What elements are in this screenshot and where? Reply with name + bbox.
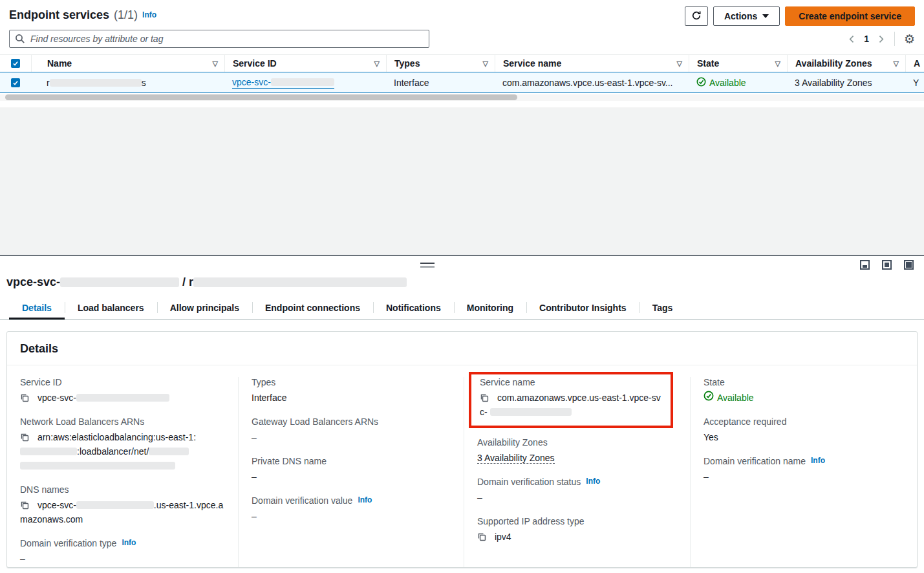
available-check-icon bbox=[704, 391, 714, 405]
field-private-dns-name: Private DNS name – bbox=[252, 456, 451, 484]
field-service-id: Service ID vpce-svc- bbox=[20, 377, 225, 405]
sort-icon: ▽ bbox=[775, 59, 780, 68]
list-toolbar: 1 ⚙ bbox=[0, 28, 924, 48]
availability-zones-popover[interactable]: 3 Availability Zones bbox=[477, 453, 555, 464]
chevron-down-icon bbox=[762, 14, 769, 18]
column-header-state[interactable]: State▽ bbox=[689, 55, 787, 72]
column-header-availability-zones[interactable]: Availability Zones▽ bbox=[787, 55, 905, 72]
refresh-icon bbox=[691, 10, 702, 23]
tab-details[interactable]: Details bbox=[9, 297, 65, 319]
available-check-icon bbox=[696, 77, 706, 89]
cell-service-id: vpce-svc- bbox=[224, 77, 386, 89]
field-dns-names: DNS names vpce-svc-.us-east-1.vpce.amazo… bbox=[20, 484, 225, 526]
select-all-checkbox[interactable] bbox=[11, 59, 20, 68]
redacted-text bbox=[193, 277, 407, 287]
endpoint-services-list-section: Endpoint services (1/1) Info Actions Cre… bbox=[0, 0, 924, 107]
tab-tags[interactable]: Tags bbox=[639, 297, 686, 319]
sort-icon: ▽ bbox=[374, 59, 380, 68]
info-link[interactable]: Info bbox=[811, 456, 825, 465]
endpoint-services-table: Name▽ Service ID▽ Types▽ Service name▽ S… bbox=[0, 54, 924, 101]
horizontal-scrollbar[interactable] bbox=[0, 94, 924, 101]
next-page-button[interactable] bbox=[877, 35, 885, 43]
field-domain-verification-status: Domain verification status Info – bbox=[477, 477, 677, 504]
sort-icon: ▽ bbox=[677, 59, 682, 68]
details-column-1: Service ID vpce-svc- Network Load Balanc… bbox=[7, 377, 238, 568]
details-heading: Details bbox=[7, 332, 917, 365]
tab-allow-principals[interactable]: Allow principals bbox=[157, 297, 252, 319]
cell-types: Interface bbox=[386, 78, 495, 88]
select-all-checkbox-cell bbox=[0, 55, 31, 72]
field-gateway-arns: Gateway Load Balancers ARNs – bbox=[252, 416, 451, 444]
redacted-text bbox=[76, 501, 154, 509]
info-link[interactable]: Info bbox=[586, 477, 600, 486]
header-info-link[interactable]: Info bbox=[142, 10, 156, 19]
split-panel: vpce-svc- / r Details Load balancers All… bbox=[0, 255, 924, 573]
details-column-2: Types Interface Gateway Load Balancers A… bbox=[238, 377, 464, 568]
details-card: Details Service ID vpce-svc- Network Loa… bbox=[6, 331, 918, 568]
row-checkbox[interactable] bbox=[11, 78, 20, 87]
details-column-4: State Available Acceptance required Yes bbox=[690, 377, 917, 568]
field-domain-verification-value: Domain verification value Info – bbox=[252, 495, 451, 523]
redacted-text bbox=[20, 448, 77, 455]
service-id-link[interactable]: vpce-svc- bbox=[232, 77, 334, 89]
redacted-text bbox=[50, 79, 142, 87]
sort-icon: ▽ bbox=[213, 59, 218, 68]
create-endpoint-service-button[interactable]: Create endpoint service bbox=[785, 6, 915, 26]
copy-icon[interactable] bbox=[20, 394, 32, 404]
search-input[interactable] bbox=[9, 30, 429, 48]
column-header-service-id[interactable]: Service ID▽ bbox=[224, 55, 386, 72]
field-state: State Available bbox=[704, 377, 904, 405]
tab-notifications[interactable]: Notifications bbox=[373, 297, 454, 319]
redacted-text bbox=[20, 462, 175, 470]
field-availability-zones: Availability Zones 3 Availability Zones bbox=[477, 437, 677, 465]
copy-icon[interactable] bbox=[20, 501, 32, 512]
current-page[interactable]: 1 bbox=[863, 34, 870, 44]
table-header-row: Name▽ Service ID▽ Types▽ Service name▽ S… bbox=[0, 54, 924, 72]
copy-icon[interactable] bbox=[477, 533, 489, 543]
copy-icon[interactable] bbox=[20, 433, 32, 444]
refresh-button[interactable] bbox=[685, 6, 708, 26]
column-header-types[interactable]: Types▽ bbox=[386, 55, 495, 72]
sort-icon: ▽ bbox=[483, 59, 488, 68]
field-nlb-arns: Network Load Balancers ARNs arn:aws:elas… bbox=[20, 416, 225, 473]
preferences-gear-icon[interactable]: ⚙ bbox=[904, 33, 915, 45]
redacted-text bbox=[60, 277, 179, 287]
column-header-service-name[interactable]: Service name▽ bbox=[495, 55, 689, 72]
previous-page-button[interactable] bbox=[848, 35, 856, 43]
cell-name: rs bbox=[31, 78, 224, 88]
panel-tabs: Details Load balancers Allow principals … bbox=[0, 297, 924, 320]
column-header-acceptance[interactable]: A bbox=[905, 55, 924, 72]
actions-button-label: Actions bbox=[724, 11, 757, 21]
redacted-text bbox=[271, 78, 334, 86]
tab-endpoint-connections[interactable]: Endpoint connections bbox=[252, 297, 373, 319]
cell-availability-zones: 3 Availability Zones bbox=[787, 78, 905, 88]
panel-drag-handle[interactable] bbox=[420, 263, 435, 268]
scrollbar-thumb[interactable] bbox=[5, 94, 517, 100]
panel-title: vpce-svc- / r bbox=[6, 276, 915, 289]
column-header-name[interactable]: Name▽ bbox=[31, 55, 224, 72]
field-domain-verification-type: Domain verification type Info – bbox=[20, 538, 225, 566]
redacted-text bbox=[490, 408, 572, 416]
field-supported-ip: Supported IP address type ipv4 bbox=[477, 516, 677, 544]
details-column-3: Service name com.amazonaws.vpce.us-east-… bbox=[464, 377, 690, 568]
availability-zones-popover[interactable]: 3 Availability Zones bbox=[795, 78, 872, 88]
page-title: Endpoint services bbox=[9, 8, 109, 22]
info-link[interactable]: Info bbox=[122, 538, 136, 547]
actions-button[interactable]: Actions bbox=[713, 6, 780, 26]
panel-size-large-icon[interactable] bbox=[904, 260, 914, 270]
info-link[interactable]: Info bbox=[358, 495, 372, 504]
tab-load-balancers[interactable]: Load balancers bbox=[65, 297, 157, 319]
panel-size-controls bbox=[860, 260, 914, 270]
field-domain-verification-name: Domain verification name Info – bbox=[704, 456, 904, 484]
copy-icon[interactable] bbox=[480, 394, 491, 404]
sort-icon: ▽ bbox=[894, 59, 899, 68]
cell-acceptance: Y bbox=[905, 78, 924, 88]
table-row[interactable]: rs vpce-svc- Interface com.amazonaws.vpc… bbox=[0, 72, 924, 93]
service-name-highlight-box: Service name com.amazonaws.vpce.us-east-… bbox=[469, 372, 673, 428]
panel-size-small-icon[interactable] bbox=[860, 260, 870, 270]
search-icon bbox=[15, 34, 25, 46]
panel-size-medium-icon[interactable] bbox=[882, 260, 892, 270]
tab-contributor-insights[interactable]: Contributor Insights bbox=[526, 297, 639, 319]
cell-state: Available bbox=[689, 77, 787, 89]
tab-monitoring[interactable]: Monitoring bbox=[454, 297, 526, 319]
